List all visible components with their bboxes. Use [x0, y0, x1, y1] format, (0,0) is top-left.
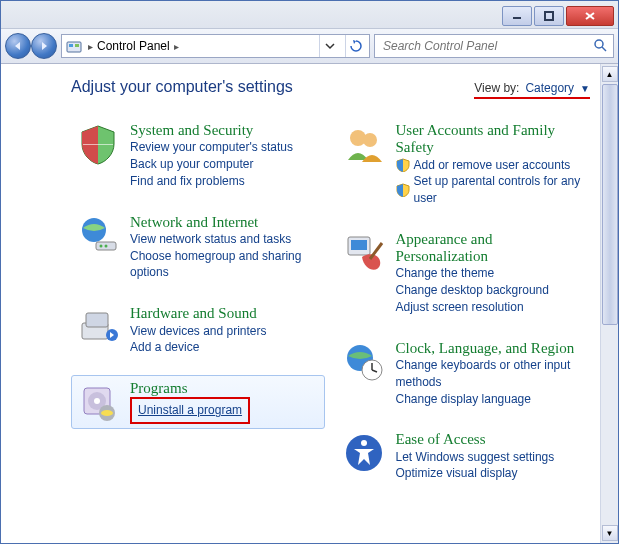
scroll-up-button[interactable]: ▲ [602, 66, 618, 82]
clock-language-icon [342, 340, 386, 384]
scroll-thumb[interactable] [602, 84, 618, 325]
vertical-scrollbar[interactable]: ▲ ▼ [600, 64, 618, 543]
category-hardware-sound[interactable]: Hardware and Sound View devices and prin… [71, 300, 325, 361]
user-accounts-icon [342, 122, 386, 166]
svg-point-12 [100, 244, 103, 247]
address-bar[interactable]: ▸ Control Panel ▸ [61, 34, 370, 58]
titlebar [1, 1, 618, 29]
category-title[interactable]: System and Security [130, 122, 320, 139]
minimize-button[interactable] [502, 6, 532, 26]
view-by-value: Category [525, 81, 574, 95]
scroll-down-button[interactable]: ▼ [602, 525, 618, 541]
subtask-link[interactable]: Change desktop background [396, 282, 586, 299]
svg-rect-6 [75, 44, 79, 47]
svg-point-31 [361, 440, 367, 446]
subtask-link[interactable]: Choose homegroup and sharing options [130, 248, 320, 282]
svg-point-21 [101, 410, 113, 416]
subtask-link[interactable]: Adjust screen resolution [396, 299, 586, 316]
svg-line-8 [602, 47, 606, 51]
maximize-button[interactable] [534, 6, 564, 26]
view-by-selector[interactable]: View by: Category ▼ [474, 81, 590, 99]
svg-point-19 [94, 398, 100, 404]
category-network-internet[interactable]: Network and Internet View network status… [71, 209, 325, 287]
subtask-link[interactable]: Back up your computer [130, 156, 320, 173]
category-clock-language-region[interactable]: Clock, Language, and Region Change keybo… [337, 335, 591, 413]
refresh-button[interactable] [345, 35, 365, 57]
category-ease-of-access[interactable]: Ease of Access Let Windows suggest setti… [337, 426, 591, 487]
category-title[interactable]: Clock, Language, and Region [396, 340, 586, 357]
chevron-right-icon: ▸ [174, 41, 179, 52]
ease-of-access-icon [342, 431, 386, 475]
appearance-icon [342, 231, 386, 275]
nav-arrows [5, 33, 57, 59]
back-button[interactable] [5, 33, 31, 59]
subtask-link[interactable]: Add or remove user accounts [414, 157, 571, 174]
category-title[interactable]: Programs [130, 380, 320, 397]
chevron-right-icon: ▸ [88, 41, 93, 52]
window-frame: ▸ Control Panel ▸ Adjust your computer's… [0, 0, 619, 544]
svg-rect-1 [545, 12, 553, 20]
subtask-link[interactable]: Find and fix problems [130, 173, 320, 190]
subtask-link[interactable]: Add a device [130, 339, 320, 356]
svg-point-13 [105, 244, 108, 247]
category-title[interactable]: Appearance and Personalization [396, 231, 586, 266]
subtask-link[interactable]: Change keyboards or other input methods [396, 357, 586, 391]
category-title[interactable]: Hardware and Sound [130, 305, 320, 322]
subtask-link[interactable]: Optimize visual display [396, 465, 586, 482]
subtask-link[interactable]: Let Windows suggest settings [396, 449, 586, 466]
navbar: ▸ Control Panel ▸ [1, 29, 618, 64]
forward-button[interactable] [31, 33, 57, 59]
category-appearance[interactable]: Appearance and Personalization Change th… [337, 226, 591, 321]
category-title[interactable]: User Accounts and Family Safety [396, 122, 586, 157]
subtask-link[interactable]: Change display language [396, 391, 586, 408]
chevron-down-icon: ▼ [580, 83, 590, 94]
search-input[interactable] [381, 38, 593, 54]
subtask-link[interactable]: View devices and printers [130, 323, 320, 340]
svg-point-23 [363, 133, 377, 147]
svg-point-7 [595, 40, 603, 48]
subtask-link[interactable]: View network status and tasks [130, 231, 320, 248]
right-column: User Accounts and Family Safety Add or r… [337, 117, 591, 487]
address-dropdown-button[interactable] [319, 35, 339, 57]
svg-rect-25 [351, 240, 367, 250]
network-internet-icon [76, 214, 120, 258]
breadcrumb[interactable]: ▸ Control Panel ▸ [88, 39, 313, 53]
close-button[interactable] [566, 6, 614, 26]
subtask-link[interactable]: Set up parental controls for any user [414, 173, 586, 207]
category-system-security[interactable]: System and Security Review your computer… [71, 117, 325, 195]
uninstall-program-link[interactable]: Uninstall a program [138, 402, 242, 419]
category-title[interactable]: Ease of Access [396, 431, 586, 448]
svg-rect-15 [86, 313, 108, 327]
shield-icon [396, 183, 410, 197]
control-panel-icon [66, 38, 82, 54]
search-icon[interactable] [593, 38, 607, 55]
category-title[interactable]: Network and Internet [130, 214, 320, 231]
programs-icon [76, 380, 120, 424]
hardware-sound-icon [76, 305, 120, 349]
scroll-track[interactable] [602, 84, 618, 523]
content-area: Adjust your computer's settings View by:… [1, 64, 600, 543]
left-column: System and Security Review your computer… [71, 117, 325, 487]
view-by-label: View by: [474, 81, 519, 95]
subtask-link[interactable]: Review your computer's status [130, 139, 320, 156]
category-programs[interactable]: Programs Uninstall a program [71, 375, 325, 429]
category-user-accounts[interactable]: User Accounts and Family Safety Add or r… [337, 117, 591, 212]
breadcrumb-text: Control Panel [97, 39, 170, 53]
shield-icon [396, 158, 410, 172]
system-security-icon [76, 122, 120, 166]
svg-rect-5 [69, 44, 73, 47]
page-title: Adjust your computer's settings [71, 78, 293, 96]
highlighted-subtask: Uninstall a program [130, 397, 250, 424]
search-box[interactable] [374, 34, 614, 58]
subtask-link[interactable]: Change the theme [396, 265, 586, 282]
svg-rect-9 [83, 144, 113, 145]
